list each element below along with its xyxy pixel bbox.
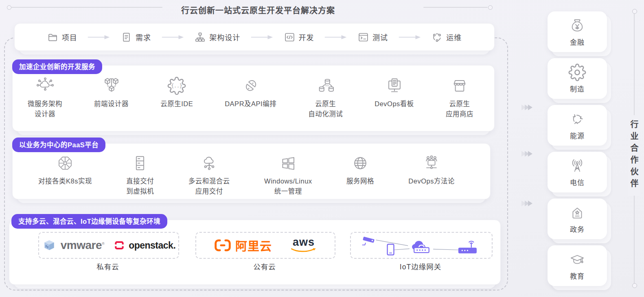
flow-arrow-icon	[88, 35, 110, 40]
vmware-logo: vmware®	[42, 238, 104, 253]
flow-chevrons-icon	[523, 105, 532, 110]
service-item-label-line: 多云和混合云	[188, 177, 230, 185]
service-item-label-line: 云原生	[315, 100, 336, 107]
workflow-step-label: 需求	[136, 32, 151, 42]
industry-label: 金融	[570, 37, 585, 47]
workflow-step: 项目	[47, 32, 77, 43]
graduation-cap-icon	[568, 251, 586, 269]
service-items-row: 微服务架构设计器前端设计器{..}云原生IDEDAPR及API编排云原生自动化测…	[12, 65, 495, 131]
smartphone	[388, 244, 394, 255]
workflow-step: 开发	[284, 32, 314, 43]
cloud-native-ide-icon: {..}	[167, 74, 186, 95]
section-badge: 支持多云、混合云、IoT边缘侧设备等复杂环境	[11, 214, 167, 229]
alibaba-brackets-icon	[214, 238, 231, 252]
service-item-label-line: 统一管理	[274, 188, 302, 195]
service-item-label-line: 自动化测试	[308, 110, 343, 118]
service-item: DAPR及API编排	[225, 74, 276, 109]
service-item-label: Windows/Linux统一管理	[264, 176, 312, 197]
service-item-label: DevOps看板	[375, 99, 414, 109]
iot-devices-icon	[356, 233, 487, 258]
k8s-wheel-icon	[56, 151, 74, 173]
workflow-step: 需求	[121, 32, 151, 43]
section-environments: 支持多云、混合云、IoT边缘侧设备等复杂环境 vmware® openstack…	[9, 220, 501, 285]
service-item: DevOps看板	[375, 74, 414, 109]
flow-chevrons-icon	[523, 151, 532, 157]
service-item-label: 多云和混合云应用交付	[188, 176, 230, 197]
server-rack-icon	[131, 151, 149, 173]
ops-cycle-icon	[432, 32, 442, 43]
app-store-icon	[450, 74, 469, 95]
industry-label: 政务	[570, 224, 585, 234]
code-window-icon	[284, 32, 295, 43]
service-item-label: 云原生自动化测试	[308, 99, 343, 119]
vm-box-icon	[42, 238, 57, 253]
alibaba-cloud-logo: 阿里云	[214, 237, 272, 254]
globe-icon	[351, 151, 370, 173]
service-item: 云原生自动化测试	[308, 74, 343, 119]
flow-arrow-icon	[399, 35, 421, 40]
multicloud-icon	[200, 151, 219, 173]
page-title: 行云创新一站式云原生开发平台解决方案	[0, 4, 516, 16]
service-item-label-line: 到虚拟机	[126, 188, 154, 195]
service-item-label: DAPR及API编排	[225, 99, 276, 109]
service-item: Windows/Linux统一管理	[264, 151, 312, 197]
title-divider-line-right	[423, 7, 488, 8]
service-item-label-line: 前端设计器	[94, 100, 129, 107]
service-item-label: 前端设计器	[94, 99, 129, 109]
flow-arrow-icon	[162, 35, 184, 40]
recycle-icon	[568, 110, 586, 128]
service-item-label: 云原生应用商店	[446, 99, 473, 119]
workflow-bar: 项目需求架构设计开发测试运维	[14, 23, 495, 51]
aws-wordmark: aws	[293, 237, 315, 248]
service-item-label: 服务网格	[346, 176, 374, 186]
industry-card: 金融	[548, 11, 607, 52]
service-item: 云原生应用商店	[446, 74, 473, 119]
workflow-steps: 项目需求架构设计开发测试运维	[14, 23, 495, 51]
service-item-label-line: 云原生	[449, 100, 470, 107]
radio-tower-icon	[568, 157, 586, 175]
service-item: 微服务架构设计器	[28, 74, 62, 119]
public-cloud-box: 阿里云 aws	[195, 232, 335, 259]
industry-card: 电信	[548, 152, 607, 192]
workflow-step-label: 运维	[446, 32, 462, 42]
service-item-label-line: 云原生IDE	[160, 100, 193, 107]
service-item-label-line: 对接各类K8s实现	[38, 177, 92, 185]
industry-card: 政务	[548, 199, 607, 239]
industry-sidebar: 金融制造能源电信政务教育	[548, 11, 607, 286]
windows-icon	[279, 151, 298, 173]
alibaba-wordmark: 阿里云	[235, 237, 272, 254]
devops-board-icon	[385, 74, 404, 95]
partner-rail-dot-top	[632, 9, 637, 14]
flow-arrow-icon	[251, 35, 274, 40]
service-item-label-line: DAPR及API编排	[225, 100, 276, 107]
service-item: 对接各类K8s实现	[38, 151, 92, 186]
service-item: 直接交付到虚拟机	[126, 151, 154, 197]
flow-chevrons-icon	[523, 201, 532, 206]
industry-label: 教育	[570, 271, 585, 281]
vmware-wordmark: vmware®	[61, 239, 104, 252]
service-item-label-line: 应用商店	[446, 110, 473, 118]
industry-label: 电信	[570, 177, 585, 187]
industry-card-face: 教育	[548, 245, 607, 286]
workflow-step-label: 测试	[372, 32, 388, 42]
industry-label: 制造	[570, 83, 585, 94]
cloud-auto-test-icon	[316, 74, 335, 95]
edge-router	[458, 241, 477, 253]
service-item-label-line: 应用交付	[195, 188, 223, 195]
service-item-label-line: DevOps看板	[375, 100, 414, 107]
industry-card: 能源	[548, 105, 607, 146]
folder-icon	[47, 32, 58, 43]
industry-card: 制造	[548, 58, 607, 99]
aws-smile-icon	[291, 248, 317, 253]
cctv-camera	[362, 237, 375, 245]
service-item-label: 微服务架构设计器	[28, 99, 62, 119]
service-item-label-line: Windows/Linux	[264, 177, 312, 185]
registered-mark: ®	[102, 242, 104, 246]
section-badge: 加速企业创新的开发服务	[12, 59, 102, 74]
workflow-step-label: 架构设计	[209, 32, 240, 42]
workflow-step-label: 项目	[62, 32, 77, 42]
service-item: 多云和混合云应用交付	[188, 151, 230, 197]
partner-rail-dot-bottom	[632, 283, 637, 288]
terminal-icon	[358, 32, 369, 43]
service-item-label: DevOps方法论	[408, 176, 455, 186]
